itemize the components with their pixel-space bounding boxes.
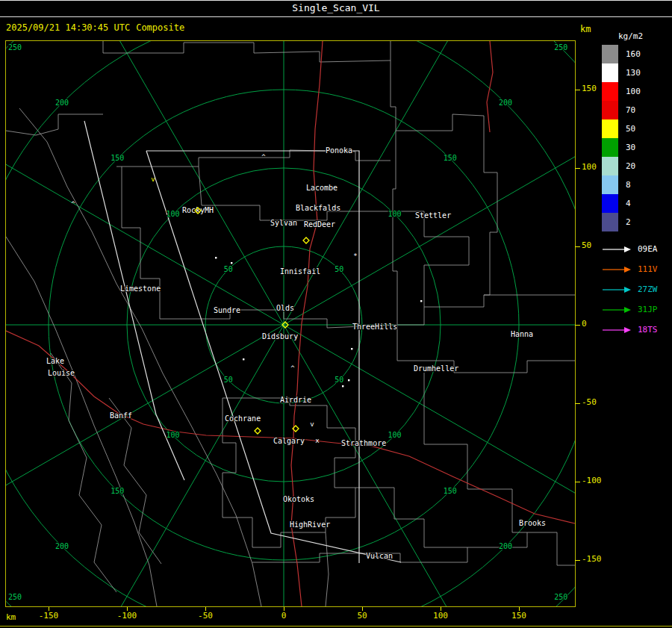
point-marker: [351, 348, 352, 349]
legend-swatch: [602, 175, 618, 194]
town-label: Lacombe: [306, 184, 337, 192]
y-axis-label: -50: [582, 397, 604, 407]
range-ring-label: 250: [554, 43, 567, 52]
range-ring-label: 50: [224, 376, 233, 384]
window-title: Single_Scan_VIL: [292, 2, 379, 13]
town-label: ThreeHills: [352, 323, 397, 331]
legend-entry: 30: [602, 138, 641, 157]
legend-entry: 100: [602, 82, 641, 101]
legend-entry: 4: [602, 194, 641, 213]
radar-id-label: 09EA: [638, 244, 658, 254]
legend-swatch: [602, 101, 618, 119]
bottom-border: [0, 626, 672, 627]
range-ring-label: 100: [166, 431, 179, 439]
radar-site-row: 27ZW: [602, 279, 658, 299]
legend-value: 4: [626, 199, 631, 208]
point-marker: [420, 300, 422, 302]
y-axis-label: -100: [582, 476, 604, 485]
radar-id-label: 18TS: [638, 325, 658, 335]
town-label: Hanna: [511, 330, 533, 338]
glyph-marker: ^: [290, 364, 295, 372]
range-ring-label: 50: [335, 265, 343, 273]
range-ring-label: 200: [55, 99, 69, 107]
town-label: Okotoks: [283, 495, 314, 503]
boundary-segment: [391, 41, 397, 325]
legend-entry: 20: [602, 157, 641, 175]
radar-site-row: 111V: [602, 259, 658, 279]
glyph-marker: ^: [261, 153, 266, 161]
town-label: Banff: [110, 411, 132, 420]
radar-site-row: 09EA: [602, 239, 658, 259]
town-label: Innisfail: [280, 267, 320, 276]
coverage-edge: [84, 121, 184, 480]
x-axis-label: -50: [189, 611, 222, 621]
site-diamond-marker: [303, 237, 309, 243]
town-label: Airdrie: [280, 396, 311, 404]
glyph-marker: v: [151, 175, 155, 183]
point-marker: [215, 257, 217, 258]
x-axis-label: 50: [346, 611, 379, 621]
boundary-segment: [396, 211, 469, 307]
legend-swatch: [602, 45, 618, 63]
azimuth-spoke: [6, 116, 284, 325]
legend-entry: 160: [602, 45, 641, 63]
radar-beam-arrow-icon: [602, 305, 632, 314]
town-label: Calgary: [273, 437, 305, 445]
legend-swatch: [602, 63, 618, 82]
range-ring-label: 250: [8, 593, 22, 601]
legend-unit: kg/m2: [618, 31, 643, 41]
boundary-segment: [6, 114, 103, 135]
y-axis-label: 50: [582, 240, 604, 250]
legend-value: 20: [626, 161, 635, 171]
town-label: Strathmore: [341, 439, 386, 447]
site-diamond-marker: [255, 428, 261, 434]
color-scale-legend: 16013010070503020842: [602, 45, 641, 231]
y-axis-label: 100: [582, 162, 604, 172]
arrow-head: [624, 246, 631, 252]
legend-entry: 130: [602, 63, 641, 82]
town-label: Louise: [48, 369, 75, 377]
town-label: Vulcan: [366, 552, 393, 560]
y-axis-tick: [575, 90, 580, 90]
range-ring-label: 250: [554, 593, 567, 601]
legend-value: 8: [626, 180, 631, 190]
glyph-marker: ^: [71, 200, 75, 208]
arrow-head: [624, 267, 631, 273]
town-label: Limestone: [120, 285, 161, 293]
y-axis-unit: km: [580, 24, 591, 34]
boundary-segment: [199, 167, 393, 220]
x-axis-label: 150: [503, 611, 535, 621]
legend-value: 30: [626, 143, 635, 152]
boundary-segment: [109, 398, 161, 564]
point-marker: [243, 358, 244, 360]
legend-swatch: [602, 213, 618, 231]
y-axis-tick: [575, 482, 580, 482]
range-ring-label: 150: [111, 487, 124, 495]
boundary-segment: [424, 373, 575, 565]
azimuth-spoke: [75, 41, 284, 325]
boundary-segment: [51, 353, 116, 592]
range-ring-label: 150: [444, 487, 457, 495]
town-label: Didsbury: [262, 332, 298, 341]
y-axis-tick: [575, 168, 580, 169]
azimuth-spoke: [284, 325, 493, 606]
range-ring-label: 100: [388, 431, 401, 439]
point-marker: [231, 262, 232, 264]
legend-swatch: [602, 138, 618, 157]
radar-id-label: 111V: [638, 264, 658, 274]
radar-site-row: 18TS: [602, 320, 658, 340]
legend-entry: 2: [602, 213, 641, 231]
x-axis-label: 0: [267, 611, 300, 621]
y-axis-label: -150: [582, 554, 604, 564]
range-ring-label: 100: [166, 210, 179, 218]
azimuth-spoke: [284, 41, 493, 325]
radar-id-label: 27ZW: [638, 285, 658, 294]
radar-coverage-outline: [84, 121, 401, 563]
legend-value: 50: [626, 124, 635, 134]
range-ring-label: 200: [499, 542, 512, 550]
town-label: Sylvan: [270, 219, 297, 227]
town-label: Lake: [46, 357, 64, 365]
radar-map-canvas: 5050505010010010010015015015015020020020…: [6, 41, 575, 606]
legend-entry: 70: [602, 101, 641, 119]
range-ring-label: 200: [55, 542, 69, 550]
